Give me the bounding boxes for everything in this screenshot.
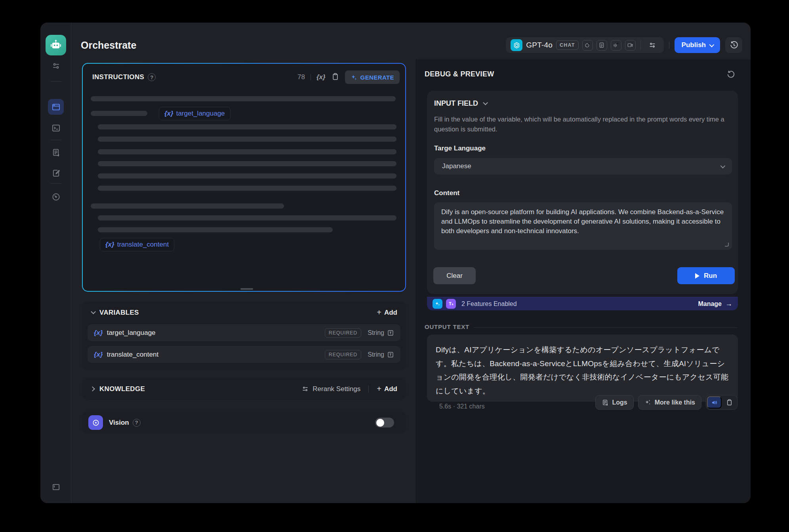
- generate-label: GENERATE: [360, 74, 394, 81]
- char-count: 78: [297, 73, 305, 81]
- audio-capability-icon: [611, 40, 621, 51]
- toolbar-divider: [311, 74, 311, 80]
- vision-feature-icon: [88, 415, 103, 430]
- run-button[interactable]: Run: [677, 267, 735, 284]
- input-field-title: INPUT FIELD: [434, 99, 478, 108]
- variable-type-label: String: [368, 351, 384, 358]
- generate-button[interactable]: GENERATE: [345, 70, 400, 84]
- output-card: Difyは、AIアプリケーションを構築するためのオープンソースプラットフォームで…: [427, 334, 738, 402]
- header-actions: GPT-4o CHAT Publish: [506, 37, 742, 53]
- copy-icon[interactable]: [331, 72, 339, 82]
- play-icon: [695, 273, 699, 279]
- more-like-this-label: More like this: [655, 399, 695, 406]
- variable-chip-label: translate_content: [117, 241, 169, 249]
- sidebar-item-monitoring[interactable]: [48, 189, 64, 205]
- prompt-skeleton-line: [91, 96, 396, 101]
- target-language-select[interactable]: Japanese: [434, 158, 732, 175]
- add-variable-button[interactable]: Add: [377, 308, 397, 317]
- model-chat-badge: CHAT: [556, 40, 579, 50]
- variable-prefix: {x}: [164, 110, 173, 118]
- output-text: Difyは、AIアプリケーションを構築するためのオープンソースプラットフォームで…: [436, 343, 729, 398]
- debug-preview-pane: DEBUG & PREVIEW INPUT FIELD Fill in the …: [416, 59, 751, 503]
- sidebar-collapse-button[interactable]: [48, 479, 64, 495]
- variable-row-translate-content[interactable]: {x} translate_content REQUIRED String: [88, 346, 400, 363]
- variable-chip-translate-content[interactable]: {x} translate_content: [100, 238, 174, 251]
- panel-resize-handle[interactable]: [240, 288, 253, 290]
- knowledge-title: KNOWLEDGE: [99, 385, 145, 393]
- app-logo-robot-icon[interactable]: [46, 35, 66, 55]
- more-like-this-button[interactable]: More like this: [638, 395, 701, 410]
- target-language-label: Targe Language: [434, 144, 486, 152]
- speaker-icon: [711, 399, 718, 406]
- pill-separator: [640, 40, 641, 50]
- content-label: Content: [434, 189, 459, 197]
- instructions-title: INSTRUCTIONS: [92, 73, 144, 81]
- model-selector[interactable]: GPT-4o CHAT: [506, 37, 663, 53]
- model-parameters-icon[interactable]: [646, 38, 659, 52]
- output-tool-group: [706, 395, 738, 410]
- agent-feature-icon: [433, 299, 442, 309]
- rerank-label: Rerank Settings: [313, 385, 360, 393]
- manage-features-link[interactable]: Manage: [698, 300, 732, 308]
- variable-prefix: {x}: [94, 351, 103, 359]
- chevron-down-icon: [483, 100, 488, 105]
- section-divider: [368, 386, 369, 393]
- variables-title: VARIABLES: [99, 309, 139, 317]
- variable-name: target_language: [107, 329, 156, 337]
- sidebar-item-annotation[interactable]: [48, 165, 64, 181]
- model-name: GPT-4o: [526, 41, 553, 49]
- rerank-settings-button[interactable]: Rerank Settings: [301, 385, 360, 393]
- prompt-skeleton-line: [98, 186, 396, 191]
- input-field-card: INPUT FIELD Fill in the value of the var…: [427, 91, 738, 294]
- document-capability-icon: [597, 40, 607, 51]
- sidebar-item-orchestrate[interactable]: [48, 99, 64, 115]
- content-textarea[interactable]: Dify is an open-source platform for buil…: [434, 202, 732, 250]
- chevron-down-icon[interactable]: [91, 309, 96, 314]
- copy-output-button[interactable]: [722, 396, 736, 408]
- sidebar-item-terminal[interactable]: [48, 120, 64, 136]
- prompt-skeleton-line: [98, 173, 396, 179]
- logs-button[interactable]: Logs: [595, 395, 634, 410]
- string-type-icon: [387, 329, 394, 336]
- target-language-value: Japanese: [442, 162, 471, 170]
- sidebar-item-logs[interactable]: [48, 144, 64, 160]
- sparkle-icon: [644, 399, 651, 406]
- video-capability-icon: [625, 40, 636, 51]
- prompt-skeleton-line: [98, 137, 396, 142]
- prompt-skeleton-line: [98, 124, 396, 129]
- variable-chip-label: target_language: [176, 110, 225, 118]
- prompt-skeleton-line: [98, 161, 396, 166]
- chevron-right-icon[interactable]: [90, 386, 95, 391]
- prompt-skeleton-line: [91, 111, 147, 116]
- output-divider: [474, 327, 738, 328]
- help-icon[interactable]: [148, 73, 156, 81]
- vision-capability-icon: [582, 40, 593, 51]
- help-icon[interactable]: [133, 419, 141, 427]
- insert-variable-icon[interactable]: {x}: [316, 73, 326, 81]
- required-badge: REQUIRED: [325, 328, 361, 338]
- history-button[interactable]: [725, 37, 742, 53]
- clipboard-icon: [726, 399, 733, 406]
- run-label: Run: [704, 272, 717, 280]
- prompt-skeleton-line: [98, 227, 333, 232]
- add-knowledge-button[interactable]: Add: [377, 384, 397, 393]
- clear-button[interactable]: Clear: [433, 267, 476, 284]
- publish-button[interactable]: Publish: [675, 37, 720, 53]
- speaker-button[interactable]: [707, 396, 722, 408]
- logs-icon: [602, 399, 609, 406]
- input-field-header[interactable]: INPUT FIELD: [434, 99, 486, 108]
- variable-type: String: [368, 351, 394, 358]
- sidebar: [40, 23, 71, 503]
- textarea-resize-handle[interactable]: [725, 243, 729, 247]
- variable-type-label: String: [368, 329, 384, 336]
- toggle-knob: [376, 419, 384, 427]
- variable-name: translate_content: [107, 351, 158, 359]
- reset-icon[interactable]: [724, 68, 737, 81]
- variable-row-target-language[interactable]: {x} target_language REQUIRED String: [88, 324, 400, 341]
- sidebar-item-settings[interactable]: [48, 58, 64, 74]
- vision-toggle[interactable]: [375, 418, 394, 428]
- variable-chip-target-language[interactable]: {x} target_language: [159, 107, 231, 120]
- features-enabled-bar[interactable]: 2 Features Enabled Manage: [427, 297, 738, 310]
- publish-label: Publish: [682, 41, 706, 49]
- variable-prefix: {x}: [105, 241, 114, 249]
